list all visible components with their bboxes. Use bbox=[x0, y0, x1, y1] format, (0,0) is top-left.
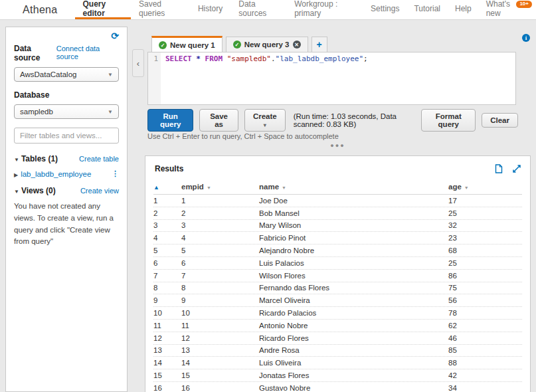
data-source-label: Data source bbox=[14, 44, 56, 62]
top-navigation-bar: Athena Query editor Saved queries Histor… bbox=[0, 0, 536, 20]
table-cell: 15 bbox=[153, 371, 181, 379]
nav-link-help[interactable]: Help bbox=[448, 0, 479, 19]
table-cell: 1 bbox=[153, 197, 181, 205]
catalog-sidebar: ⟳ Data source Connect data source AwsDat… bbox=[5, 27, 128, 392]
table-item-lab-labdb-employee[interactable]: ▶lab_labdb_employee bbox=[14, 170, 91, 178]
sidebar-collapse-button[interactable]: ‹ bbox=[132, 49, 144, 77]
table-cell: 11 bbox=[153, 322, 181, 330]
nav-tab-workgroup[interactable]: Workgroup : primary bbox=[286, 0, 363, 19]
format-query-button[interactable]: Format query bbox=[421, 109, 476, 132]
results-panel: Results ▲ empid▼ name▼ age▼ 11Joe Doe172… bbox=[145, 155, 531, 392]
column-header-age[interactable]: age▼ bbox=[448, 183, 522, 191]
table-cell: 5 bbox=[181, 246, 259, 254]
data-source-select[interactable]: AwsDataCatalog ▼ bbox=[14, 67, 119, 82]
table-row: 1111Antonio Nobre62 bbox=[153, 320, 522, 332]
table-cell: 6 bbox=[181, 259, 259, 267]
table-row: 66Luis Palacios25 bbox=[153, 257, 522, 270]
nav-link-tutorial[interactable]: Tutorial bbox=[406, 0, 448, 19]
expand-results-icon[interactable] bbox=[513, 165, 521, 173]
nav-tab-saved-queries[interactable]: Saved queries bbox=[131, 0, 190, 19]
table-cell: 12 bbox=[181, 334, 259, 342]
table-cell: 11 bbox=[181, 322, 259, 330]
table-cell: 25 bbox=[448, 209, 522, 217]
create-button[interactable]: Create ▾ bbox=[244, 109, 286, 132]
table-cell: 9 bbox=[153, 296, 181, 304]
filter-tables-input[interactable] bbox=[14, 128, 119, 144]
triangle-down-icon: ▼ bbox=[14, 157, 19, 163]
run-query-button[interactable]: Run query bbox=[147, 109, 193, 132]
chevron-down-icon: ▾ bbox=[264, 122, 266, 128]
sql-star: * bbox=[196, 54, 205, 63]
table-row: 44Fabricio Pinot23 bbox=[153, 232, 522, 245]
data-source-value: AwsDataCatalog bbox=[20, 70, 76, 78]
database-select[interactable]: sampledb ▼ bbox=[14, 104, 119, 119]
query-tab-3[interactable]: ✓ New query 3 ✕ bbox=[226, 37, 308, 52]
whats-new-count-badge: 10+ bbox=[516, 1, 532, 8]
query-tab-1[interactable]: ✓ New query 1 bbox=[151, 36, 223, 52]
table-row: 1010Ricardo Palacios78 bbox=[153, 307, 522, 320]
create-table-link[interactable]: Create table bbox=[79, 155, 119, 163]
table-cell: Gustavo Nobre bbox=[259, 384, 448, 392]
table-row: 1515Jonatas Flores42 bbox=[153, 369, 522, 382]
table-cell: Alejandro Nobre bbox=[259, 246, 448, 254]
athena-logo: Athena bbox=[23, 0, 58, 19]
close-icon[interactable]: ✕ bbox=[293, 41, 301, 49]
table-cell: Joe Doe bbox=[259, 197, 448, 205]
table-cell: Fernando das Flores bbox=[259, 284, 448, 292]
table-cell: Luis Oliveira bbox=[259, 359, 448, 367]
table-cell: 23 bbox=[448, 234, 522, 242]
table-row: 1212Ricardo Flores46 bbox=[153, 332, 522, 345]
nav-right-group: Settings Tutorial Help What's new bbox=[363, 0, 517, 19]
save-as-button[interactable]: Save as bbox=[199, 109, 238, 132]
table-cell: 34 bbox=[448, 384, 522, 392]
table-cell: 25 bbox=[448, 259, 522, 267]
table-cell: Bob Mansel bbox=[259, 209, 448, 217]
download-csv-icon[interactable] bbox=[495, 164, 503, 173]
table-cell: 13 bbox=[181, 346, 259, 354]
column-header-name[interactable]: name▼ bbox=[259, 183, 448, 191]
table-cell: 15 bbox=[181, 371, 259, 379]
sql-editor[interactable]: 1 SELECT * FROM "sampledb"."lab_labdb_em… bbox=[147, 52, 516, 105]
table-cell: 4 bbox=[181, 234, 259, 242]
table-cell: 6 bbox=[153, 259, 181, 267]
table-cell: 7 bbox=[153, 272, 181, 280]
table-options-icon[interactable]: ⋮ bbox=[112, 169, 119, 178]
nav-link-whats-new[interactable]: What's new bbox=[479, 0, 517, 19]
table-cell: 2 bbox=[181, 209, 259, 217]
refresh-icon[interactable]: ⟳ bbox=[111, 31, 119, 41]
table-cell: 85 bbox=[448, 346, 522, 354]
sort-caret-icon: ▼ bbox=[207, 185, 211, 190]
new-query-tab-button[interactable]: + bbox=[312, 37, 327, 52]
table-cell: 3 bbox=[181, 221, 259, 229]
table-cell: 12 bbox=[153, 334, 181, 342]
table-cell: 16 bbox=[181, 384, 259, 392]
nav-link-settings[interactable]: Settings bbox=[363, 0, 406, 19]
clear-button[interactable]: Clear bbox=[482, 113, 518, 128]
chevron-down-icon: ▼ bbox=[108, 109, 113, 115]
table-row: 99Marcel Oliveira56 bbox=[153, 294, 522, 307]
connect-data-source-link[interactable]: Connect data source bbox=[56, 45, 119, 60]
create-view-link[interactable]: Create view bbox=[80, 187, 119, 195]
panel-resize-handle[interactable]: ●●● bbox=[145, 142, 531, 149]
table-cell: 78 bbox=[448, 309, 522, 317]
column-header-empid[interactable]: empid▼ bbox=[181, 183, 259, 191]
nav-tab-query-editor[interactable]: Query editor bbox=[75, 0, 131, 19]
nav-tab-history[interactable]: History bbox=[190, 0, 230, 19]
results-header: Results bbox=[145, 156, 530, 177]
table-cell: 46 bbox=[448, 334, 522, 342]
nav-tab-data-sources[interactable]: Data sources bbox=[230, 0, 286, 19]
row-number-header[interactable]: ▲ bbox=[153, 183, 181, 191]
table-cell: 8 bbox=[181, 284, 259, 292]
views-section-header[interactable]: ▼Views (0) bbox=[14, 186, 56, 195]
table-row: 55Alejandro Nobre68 bbox=[153, 245, 522, 257]
table-cell: Jonatas Flores bbox=[259, 371, 448, 379]
table-cell: 42 bbox=[448, 371, 522, 379]
results-table: ▲ empid▼ name▼ age▼ 11Joe Doe1722Bob Man… bbox=[153, 179, 522, 392]
table-row: 33Mary Wilson32 bbox=[153, 220, 522, 233]
tables-section-header[interactable]: ▼Tables (1) bbox=[14, 154, 58, 163]
table-cell: 14 bbox=[153, 359, 181, 367]
info-icon[interactable]: i bbox=[522, 34, 530, 42]
table-cell: 2 bbox=[153, 209, 181, 217]
table-cell: Andre Rosa bbox=[259, 346, 448, 354]
table-cell: 1 bbox=[181, 197, 259, 205]
